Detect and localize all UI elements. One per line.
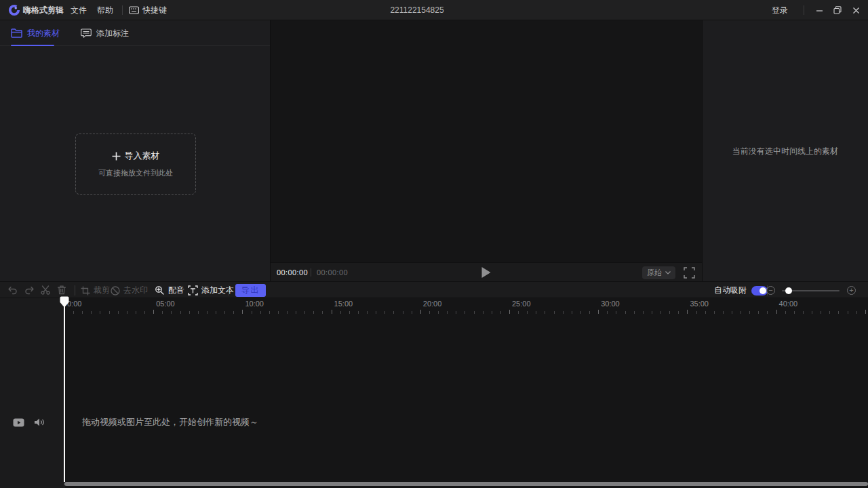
ruler[interactable]: 0:0005:0010:0015:0020:0025:0030:0035:004… bbox=[64, 298, 868, 317]
ruler-label: 15:00 bbox=[334, 300, 353, 308]
track-header bbox=[0, 407, 64, 438]
ruler-tick bbox=[224, 311, 225, 314]
close-button[interactable] bbox=[846, 0, 865, 20]
toggle-knob bbox=[760, 287, 766, 294]
ruler-tick bbox=[376, 311, 376, 314]
shortcuts-label: 快捷键 bbox=[142, 5, 167, 16]
ruler-tick bbox=[696, 311, 697, 314]
ruler-tick bbox=[313, 311, 314, 314]
play-button[interactable] bbox=[482, 267, 491, 278]
tab-add-annotation[interactable]: 添加标注 bbox=[81, 20, 129, 46]
ruler-tick bbox=[447, 311, 448, 314]
menu-help[interactable]: 帮助 bbox=[97, 0, 113, 20]
ruler-tick bbox=[136, 311, 136, 314]
ruler-tick bbox=[420, 310, 421, 314]
ruler-tick bbox=[438, 311, 439, 314]
ruler-tick bbox=[296, 311, 296, 314]
timeline-area: 0:0005:0010:0015:0020:0025:0030:0035:004… bbox=[0, 298, 868, 488]
ruler-tick bbox=[749, 311, 750, 314]
ruler-tick bbox=[127, 311, 127, 314]
ruler-tick bbox=[509, 310, 510, 314]
ruler-tick bbox=[340, 311, 341, 314]
playhead-line bbox=[64, 306, 65, 482]
tab-add-annotation-label: 添加标注 bbox=[96, 28, 129, 39]
import-hint: 可直接拖放文件到此处 bbox=[98, 168, 173, 178]
minimize-button[interactable] bbox=[810, 0, 829, 20]
timeline-zoom-slider[interactable] bbox=[782, 290, 840, 291]
ruler-tick bbox=[865, 310, 866, 314]
current-time: 00:00:00 bbox=[277, 263, 308, 282]
ruler-tick bbox=[474, 311, 475, 314]
shortcuts-button[interactable]: 快捷键 bbox=[129, 0, 167, 20]
remove-watermark-button[interactable]: 去水印 bbox=[111, 282, 148, 299]
fullscreen-icon[interactable] bbox=[684, 267, 695, 279]
zoom-in-icon[interactable]: + bbox=[847, 286, 856, 295]
ruler-tick bbox=[393, 311, 394, 314]
import-title: 导入素材 bbox=[112, 150, 160, 162]
active-tab-underline bbox=[11, 45, 54, 46]
ruler-label: 25:00 bbox=[512, 300, 531, 308]
titlebar-divider bbox=[122, 5, 123, 15]
undo-icon[interactable] bbox=[7, 285, 18, 296]
ruler-label: 30:00 bbox=[601, 300, 620, 308]
quality-dropdown[interactable]: 原始 bbox=[642, 266, 675, 279]
crop-button[interactable]: 裁剪 bbox=[81, 282, 110, 299]
split-scissors-icon[interactable] bbox=[40, 285, 51, 296]
ruler-tick bbox=[233, 311, 234, 314]
export-button[interactable]: 导出 bbox=[235, 284, 266, 297]
timeline-content[interactable]: 0:0005:0010:0015:0020:0025:0030:0035:004… bbox=[64, 298, 868, 488]
ruler-label: 35:00 bbox=[690, 300, 709, 308]
plus-icon bbox=[112, 152, 121, 161]
ruler-tick bbox=[572, 311, 572, 314]
ruler-tick bbox=[412, 311, 412, 314]
main-area: 我的素材 添加标注 导入素材 可直接拖放文件到此处 bbox=[0, 20, 868, 281]
login-button[interactable]: 登录 bbox=[772, 0, 788, 20]
ruler-tick bbox=[812, 311, 812, 314]
audio-track-icon[interactable] bbox=[34, 418, 45, 427]
ruler-tick bbox=[856, 311, 857, 314]
ruler-tick bbox=[269, 311, 270, 314]
redo-icon[interactable] bbox=[24, 285, 35, 296]
titlebar-divider-right bbox=[804, 5, 804, 15]
ruler-tick bbox=[598, 310, 599, 314]
import-dropzone[interactable]: 导入素材 可直接拖放文件到此处 bbox=[75, 134, 196, 195]
ruler-tick bbox=[785, 311, 786, 314]
ruler-label: 05:00 bbox=[156, 300, 175, 308]
chevron-down-icon bbox=[665, 271, 671, 274]
video-track-icon[interactable] bbox=[13, 418, 24, 427]
total-time: 00:00:00 bbox=[317, 263, 348, 282]
auto-snap-toggle[interactable] bbox=[751, 286, 768, 296]
tab-my-materials[interactable]: 我的素材 bbox=[11, 20, 60, 46]
ruler-tick bbox=[580, 311, 581, 314]
add-text-button[interactable]: 添加文本 bbox=[188, 282, 234, 299]
toolbar-divider bbox=[229, 285, 229, 296]
zoom-out-icon[interactable]: − bbox=[766, 286, 775, 295]
voiceover-button[interactable]: 配音 bbox=[155, 282, 184, 299]
inspector-empty-hint: 当前没有选中时间线上的素材 bbox=[732, 146, 838, 157]
maximize-button[interactable] bbox=[828, 0, 847, 20]
ruler-tick bbox=[821, 311, 821, 314]
ruler-tick bbox=[109, 311, 110, 314]
remove-watermark-label: 去水印 bbox=[123, 285, 148, 296]
menu-file[interactable]: 文件 bbox=[71, 0, 87, 20]
ruler-tick bbox=[180, 311, 181, 314]
horizontal-scrollbar[interactable] bbox=[64, 482, 868, 486]
ruler-tick bbox=[705, 311, 706, 314]
ruler-label: 0:00 bbox=[67, 300, 81, 308]
ruler-label: 10:00 bbox=[245, 300, 264, 308]
ruler-tick bbox=[198, 311, 199, 314]
title-bar: 嗨格式剪辑 文件 帮助 快捷键 221122154825 登录 bbox=[0, 0, 868, 20]
ruler-tick bbox=[456, 311, 456, 314]
edit-toolbar: 裁剪 去水印 配音 添加文本 导出 自动吸附 − + bbox=[0, 281, 868, 298]
delete-trash-icon[interactable] bbox=[56, 285, 67, 296]
ruler-tick bbox=[162, 311, 163, 314]
ruler-tick bbox=[732, 311, 732, 314]
ruler-tick bbox=[384, 311, 385, 314]
ruler-tick bbox=[349, 311, 350, 314]
zoom-slider-knob[interactable] bbox=[785, 287, 792, 294]
ruler-tick bbox=[563, 311, 564, 314]
ruler-tick bbox=[527, 311, 528, 314]
ruler-tick bbox=[848, 311, 848, 314]
ruler-tick bbox=[153, 310, 154, 314]
ruler-tick bbox=[758, 311, 759, 314]
